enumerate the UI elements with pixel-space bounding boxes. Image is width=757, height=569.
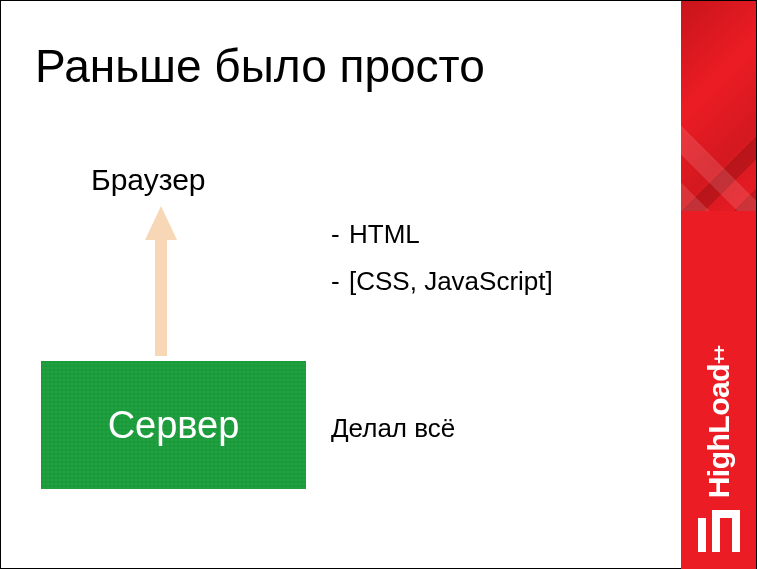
arrow-up-icon — [145, 206, 177, 356]
brand-mark-icon — [698, 510, 740, 552]
list-item: -HTML — [331, 219, 553, 250]
browser-label: Браузер — [91, 163, 206, 197]
list-item: -[CSS, JavaScript] — [331, 266, 553, 297]
bullet-text: HTML — [349, 219, 420, 249]
sidebar-pattern — [681, 1, 756, 211]
svg-rect-1 — [698, 518, 706, 552]
bullet-list: -HTML -[CSS, JavaScript] — [331, 219, 553, 313]
svg-marker-0 — [145, 206, 177, 356]
brand-text: HighLoad++ — [702, 347, 736, 498]
bullet-text: [CSS, JavaScript] — [349, 266, 553, 296]
server-caption: Делал всё — [331, 413, 455, 444]
server-label: Сервер — [108, 404, 240, 447]
sidebar: HighLoad++ — [681, 1, 756, 569]
server-box: Сервер — [41, 361, 306, 489]
slide: Раньше было просто Браузер Сервер -HTML … — [0, 0, 757, 569]
slide-title: Раньше было просто — [35, 39, 485, 93]
svg-rect-4 — [732, 510, 740, 552]
brand-logo: HighLoad++ — [681, 240, 756, 569]
